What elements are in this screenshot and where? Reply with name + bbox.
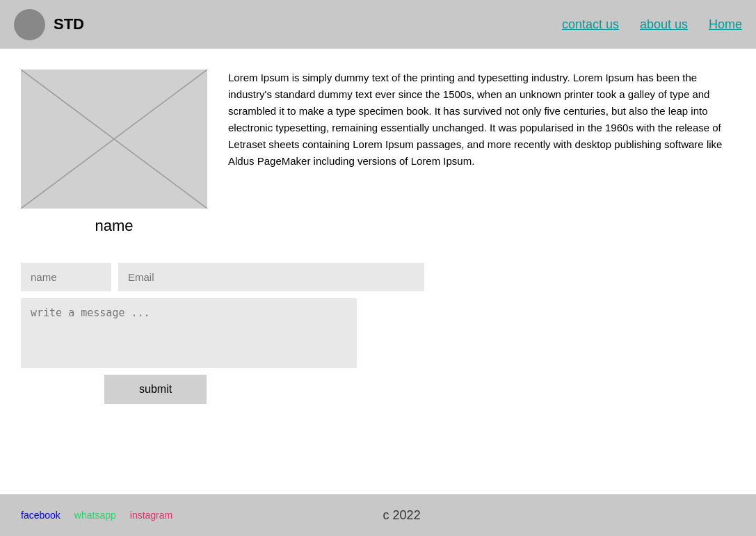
- email-input[interactable]: [118, 263, 424, 291]
- facebook-link[interactable]: facebook: [21, 510, 61, 521]
- top-section: name Lorem Ipsum is simply dummy text of…: [21, 70, 735, 235]
- main-content: name Lorem Ipsum is simply dummy text of…: [0, 49, 756, 494]
- image-container: name: [21, 70, 207, 235]
- contact-form: submit: [21, 263, 735, 404]
- description-text: Lorem Ipsum is simply dummy text of the …: [228, 70, 735, 235]
- about-us-link[interactable]: about us: [640, 17, 688, 32]
- submit-button[interactable]: submit: [104, 375, 207, 404]
- header: STD contact us about us Home: [0, 0, 756, 49]
- header-nav: contact us about us Home: [562, 17, 742, 32]
- message-textarea[interactable]: [21, 298, 357, 368]
- instagram-link[interactable]: instagram: [130, 510, 172, 521]
- name-input[interactable]: [21, 263, 111, 291]
- logo-text: STD: [54, 15, 84, 33]
- whatsapp-link[interactable]: whatsapp: [74, 510, 116, 521]
- logo-area: STD: [14, 9, 84, 40]
- footer-links: facebook whatsapp instagram: [21, 510, 172, 521]
- logo-icon: [14, 9, 45, 40]
- footer-copyright: c 2022: [383, 508, 421, 523]
- form-row-top: [21, 263, 735, 291]
- placeholder-svg: [21, 70, 207, 209]
- image-placeholder: [21, 70, 207, 209]
- home-link[interactable]: Home: [709, 17, 742, 32]
- contact-us-link[interactable]: contact us: [562, 17, 619, 32]
- footer: facebook whatsapp instagram c 2022: [0, 494, 756, 536]
- image-caption: name: [21, 217, 207, 235]
